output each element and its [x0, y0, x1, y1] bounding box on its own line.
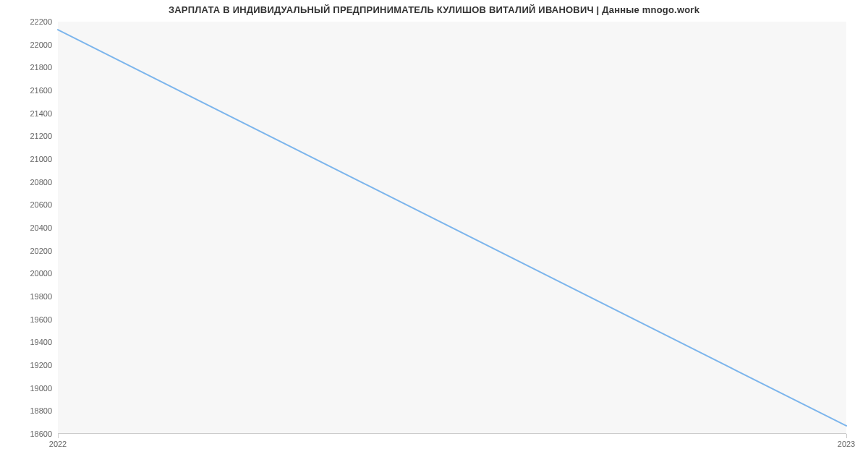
chart-title: ЗАРПЛАТА В ИНДИВИДУАЛЬНЫЙ ПРЕДПРИНИМАТЕЛ… — [0, 4, 868, 15]
y-tick-label: 20400 — [30, 223, 52, 232]
y-tick-label: 19600 — [30, 315, 52, 324]
y-tick-label: 20000 — [30, 269, 52, 278]
y-tick-label: 20800 — [30, 178, 52, 187]
y-tick-label: 20200 — [30, 247, 52, 255]
x-tick-label: 2023 — [838, 440, 855, 448]
y-tick-label: 22200 — [30, 17, 52, 26]
y-tick-label: 21000 — [30, 155, 52, 163]
y-tick-label: 20600 — [30, 200, 52, 209]
x-tick — [58, 434, 59, 438]
y-tick-label: 19400 — [30, 338, 52, 346]
plot-area: 1860018800190001920019400196001980020000… — [58, 22, 846, 434]
y-tick-label: 21600 — [30, 86, 52, 95]
y-tick-label: 19800 — [30, 292, 52, 301]
x-axis-line — [58, 433, 846, 434]
y-tick-label: 18800 — [30, 406, 52, 415]
x-tick — [846, 434, 847, 438]
y-tick-label: 19200 — [30, 361, 52, 369]
y-tick-label: 18600 — [30, 430, 52, 438]
x-tick-label: 2022 — [49, 440, 67, 448]
y-tick-label: 21800 — [30, 63, 52, 72]
y-tick-label: 19000 — [30, 384, 52, 393]
data-line — [58, 22, 846, 434]
y-tick-label: 21400 — [30, 109, 52, 118]
y-tick-label: 22000 — [30, 40, 52, 49]
line-chart: ЗАРПЛАТА В ИНДИВИДУАЛЬНЫЙ ПРЕДПРИНИМАТЕЛ… — [0, 0, 868, 470]
y-tick-label: 21200 — [30, 132, 52, 140]
